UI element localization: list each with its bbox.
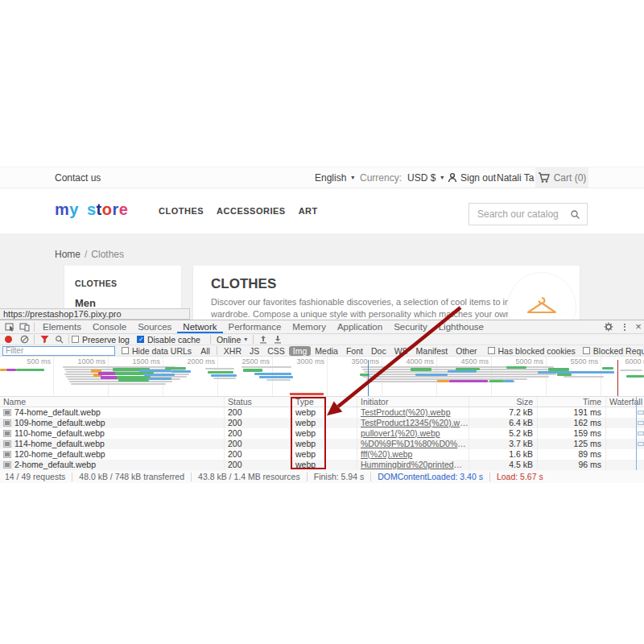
- column-header-status[interactable]: Status: [224, 397, 291, 407]
- request-status: 200: [224, 407, 291, 418]
- waterfall-bar: [638, 431, 644, 436]
- cart-button[interactable]: Cart (0): [535, 167, 588, 188]
- devtools-tab-lighthouse[interactable]: Lighthouse: [433, 320, 489, 333]
- search-input[interactable]: [469, 208, 570, 220]
- currency-value: USD $: [407, 172, 436, 184]
- waterfall-overview-bar: [0, 369, 6, 371]
- throttling-select[interactable]: Online ▾: [217, 335, 247, 345]
- file-thumbnail-icon: [3, 461, 11, 469]
- request-size: 1.6 kB: [469, 449, 537, 460]
- devtools-tab-elements[interactable]: Elements: [37, 320, 87, 333]
- filter-chip-xhr[interactable]: XHR: [220, 346, 246, 356]
- filter-chip-media[interactable]: Media: [311, 346, 342, 356]
- gear-icon[interactable]: [601, 320, 616, 333]
- column-header-waterfall[interactable]: Waterfall: [605, 397, 644, 407]
- request-initiator-link[interactable]: %D0%9F%D1%80%D0%BE%D0%84%D1...: [361, 439, 469, 449]
- timeline-tick-label: 5000 ms: [503, 357, 543, 365]
- blocked-requests-checkbox[interactable]: Blocked Requests: [583, 346, 644, 356]
- devtools-tab-performance[interactable]: Performance: [223, 320, 287, 333]
- filter-chip-css[interactable]: CSS: [263, 346, 289, 356]
- user-name-link[interactable]: Natali Ta: [497, 167, 534, 188]
- request-status: 200: [224, 449, 291, 460]
- sign-out-link[interactable]: Sign out: [448, 167, 496, 188]
- devtools-tab-network[interactable]: Network: [177, 320, 222, 333]
- request-status: 200: [224, 418, 291, 428]
- has-blocked-cookies-checkbox[interactable]: Has blocked cookies: [488, 346, 576, 356]
- filter-chip-ws[interactable]: WS: [390, 346, 412, 356]
- request-initiator-link[interactable]: TestProduct12345(%20).webp: [361, 418, 469, 428]
- devtools-tab-console[interactable]: Console: [87, 320, 132, 333]
- summary-item: Finish: 5.94 s: [307, 473, 370, 481]
- clear-icon[interactable]: [17, 333, 31, 346]
- logo-letter: y: [69, 200, 79, 218]
- filter-chip-img[interactable]: Img: [289, 346, 312, 356]
- waterfall-overview-bar: [213, 378, 236, 379]
- breadcrumb: Home/Clothes: [55, 249, 124, 260]
- search-icon[interactable]: [570, 209, 580, 220]
- request-initiator-link[interactable]: Hummingbird%20printed%20t-shirt(Stu...: [361, 460, 469, 470]
- waterfall-overview-bar: [548, 368, 569, 371]
- search-network-icon[interactable]: [52, 333, 66, 346]
- currency-selector[interactable]: Currency: USD $ ▾: [360, 167, 444, 188]
- sidebar-title[interactable]: CLOTHES: [75, 279, 171, 288]
- waterfall-overview-bar: [602, 367, 613, 369]
- has-blocked-cookies-label: Has blocked cookies: [498, 346, 576, 356]
- network-filter-row: Hide data URLs All XHRJSCSSImgMediaFontD…: [0, 345, 644, 357]
- network-filter-input[interactable]: [2, 346, 115, 356]
- export-har-icon[interactable]: [270, 333, 285, 346]
- request-initiator-link[interactable]: TestProduct(%20).webp: [361, 407, 469, 418]
- waterfall-overview-bar: [165, 367, 186, 369]
- devtools-tab-memory[interactable]: Memory: [287, 320, 332, 333]
- column-header-time[interactable]: Time: [537, 397, 605, 407]
- request-name: 74-home_default.webp: [14, 407, 101, 417]
- kebab-menu-icon[interactable]: [617, 320, 632, 333]
- request-initiator-cell: TestProduct12345(%20).webp: [357, 418, 469, 428]
- record-button[interactable]: [5, 336, 12, 343]
- nav-item-art[interactable]: ART: [299, 206, 318, 216]
- timeline-tick-label: 3000 ms: [284, 357, 324, 365]
- long-task-indicator: [290, 393, 324, 395]
- devtools-tab-application[interactable]: Application: [332, 320, 388, 333]
- waterfall-overview-bar: [243, 369, 262, 372]
- breadcrumb-home[interactable]: Home: [55, 249, 80, 260]
- filter-chip-manifest[interactable]: Manifest: [412, 346, 452, 356]
- close-icon[interactable]: ×: [634, 321, 643, 332]
- column-header-size[interactable]: Size: [469, 397, 537, 407]
- request-name: 110-home_default.webp: [14, 428, 105, 438]
- devtools-tab-sources[interactable]: Sources: [132, 320, 177, 333]
- filter-chip-font[interactable]: Font: [342, 346, 367, 356]
- nav-item-clothes[interactable]: CLOTHES: [159, 206, 204, 216]
- contact-us-link[interactable]: Contact us: [55, 167, 101, 188]
- request-time: 96 ms: [537, 460, 605, 470]
- language-selector[interactable]: English ▾: [315, 167, 354, 188]
- waterfall-overview-bar: [266, 379, 291, 381]
- timeline-tick-label: 1000 ms: [65, 357, 105, 365]
- request-initiator-link[interactable]: pullover1(%20).webp: [361, 428, 469, 439]
- filter-chip-other[interactable]: Other: [452, 346, 481, 356]
- network-summary-bar: 14 / 49 requests48.0 kB / 748 kB transfe…: [0, 470, 644, 483]
- screenshot-canvas: Contact us English ▾ Currency: USD $ ▾ S…: [0, 0, 644, 644]
- nav-item-accessories[interactable]: ACCESSORIES: [217, 206, 286, 216]
- store-logo[interactable]: my store: [55, 200, 128, 219]
- filter-chips: XHRJSCSSImgMediaFontDocWSManifestOther: [220, 346, 481, 356]
- timeline-tick-label: 4500 ms: [448, 357, 489, 365]
- filter-chip-js[interactable]: JS: [246, 346, 263, 356]
- chevron-down-icon: ▾: [440, 174, 444, 181]
- waterfall-overview-bar: [101, 376, 118, 379]
- devtools-tab-security[interactable]: Security: [388, 320, 433, 333]
- filter-chip-all[interactable]: All: [196, 346, 214, 356]
- column-header-name[interactable]: Name: [0, 397, 224, 407]
- request-initiator-link[interactable]: fff(%20).webp: [361, 449, 469, 460]
- filter-funnel-icon[interactable]: [37, 333, 52, 346]
- filter-chip-doc[interactable]: Doc: [367, 346, 390, 356]
- inspect-element-icon[interactable]: [2, 320, 17, 333]
- disable-cache-checkbox[interactable]: Disable cache: [137, 335, 200, 345]
- device-toolbar-icon[interactable]: [17, 320, 31, 333]
- sign-out-label: Sign out: [460, 172, 496, 184]
- devtools-tabs: ElementsConsoleSourcesNetworkPerformance…: [37, 320, 489, 333]
- preserve-log-checkbox[interactable]: Preserve log: [72, 335, 130, 345]
- import-har-icon[interactable]: [256, 333, 270, 346]
- column-header-initiator[interactable]: Initiator: [357, 397, 469, 407]
- hide-data-urls-checkbox[interactable]: Hide data URLs: [122, 346, 192, 356]
- network-overview-timeline[interactable]: 500 ms1000 ms1500 ms2000 ms2500 ms3000 m…: [0, 357, 644, 397]
